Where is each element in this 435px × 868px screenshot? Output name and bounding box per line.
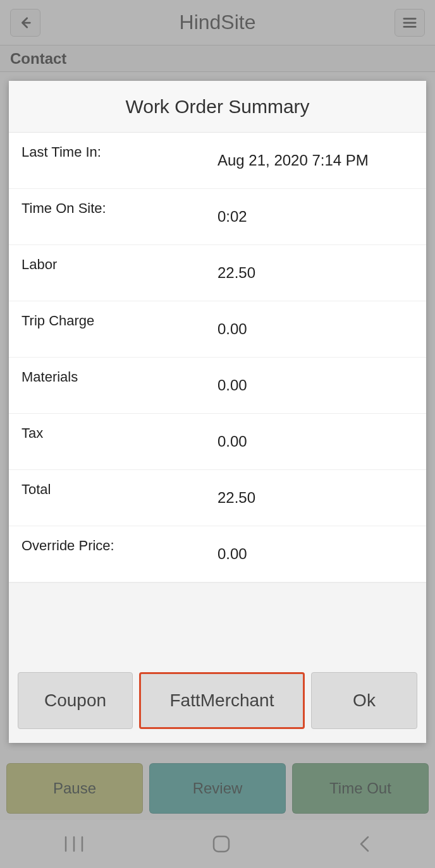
ok-button[interactable]: Ok xyxy=(311,672,417,729)
modal-header: Work Order Summary xyxy=(9,81,426,133)
summary-row-label: Materials xyxy=(21,366,218,394)
summary-row-label: Trip Charge xyxy=(21,310,218,338)
summary-row-value: 0:02 xyxy=(218,198,414,226)
coupon-button[interactable]: Coupon xyxy=(18,672,133,729)
summary-row: Last Time In:Aug 21, 2020 7:14 PM xyxy=(9,133,426,189)
summary-row: Override Price:0.00 xyxy=(9,526,426,582)
summary-row-value: Aug 21, 2020 7:14 PM xyxy=(218,142,414,169)
summary-row-label: Tax xyxy=(21,423,218,450)
summary-row-label: Time On Site: xyxy=(21,198,218,226)
modal-title: Work Order Summary xyxy=(125,96,309,118)
fattmerchant-button[interactable]: FattMerchant xyxy=(139,672,305,729)
modal-footer: Coupon FattMerchant Ok xyxy=(9,663,426,743)
summary-row-value: 0.00 xyxy=(218,310,414,338)
summary-row-value: 22.50 xyxy=(218,254,414,282)
summary-row: Time On Site:0:02 xyxy=(9,189,426,245)
summary-row: Total22.50 xyxy=(9,470,426,526)
summary-row: Labor22.50 xyxy=(9,245,426,301)
coupon-label: Coupon xyxy=(44,690,106,711)
summary-row-value: 22.50 xyxy=(218,479,414,507)
summary-row-label: Labor xyxy=(21,254,218,282)
summary-row-value: 0.00 xyxy=(218,366,414,394)
summary-row-label: Override Price: xyxy=(21,535,218,563)
work-order-summary-modal: Work Order Summary Last Time In:Aug 21, … xyxy=(9,81,426,743)
modal-spacer xyxy=(9,582,426,663)
modal-overlay[interactable]: Work Order Summary Last Time In:Aug 21, … xyxy=(0,0,435,868)
summary-row-value: 0.00 xyxy=(218,423,414,450)
summary-row-label: Total xyxy=(21,479,218,507)
summary-row: Materials0.00 xyxy=(9,358,426,414)
modal-body: Last Time In:Aug 21, 2020 7:14 PMTime On… xyxy=(9,133,426,582)
summary-row-value: 0.00 xyxy=(218,535,414,563)
ok-label: Ok xyxy=(353,690,376,711)
summary-row: Tax0.00 xyxy=(9,414,426,470)
summary-row-label: Last Time In: xyxy=(21,142,218,169)
fattmerchant-label: FattMerchant xyxy=(170,690,274,711)
summary-row: Trip Charge0.00 xyxy=(9,301,426,358)
